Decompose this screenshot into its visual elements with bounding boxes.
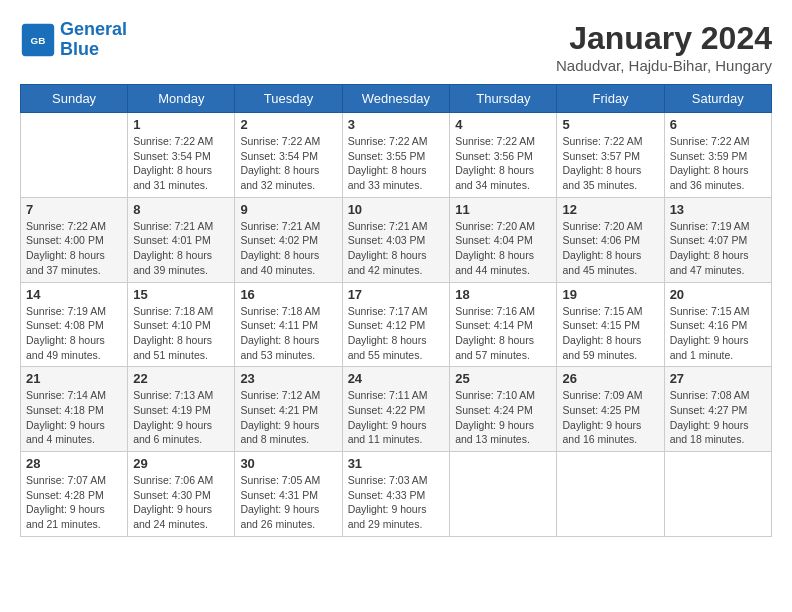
day-info: Sunrise: 7:22 AMSunset: 3:56 PMDaylight:… — [455, 134, 551, 193]
calendar-cell: 16Sunrise: 7:18 AMSunset: 4:11 PMDayligh… — [235, 282, 342, 367]
day-info: Sunrise: 7:06 AMSunset: 4:30 PMDaylight:… — [133, 473, 229, 532]
page-header: GB General Blue January 2024 Nadudvar, H… — [20, 20, 772, 74]
day-info: Sunrise: 7:18 AMSunset: 4:10 PMDaylight:… — [133, 304, 229, 363]
day-info: Sunrise: 7:18 AMSunset: 4:11 PMDaylight:… — [240, 304, 336, 363]
calendar-header: SundayMondayTuesdayWednesdayThursdayFrid… — [21, 85, 772, 113]
day-number: 16 — [240, 287, 336, 302]
calendar-cell: 1Sunrise: 7:22 AMSunset: 3:54 PMDaylight… — [128, 113, 235, 198]
header-day-saturday: Saturday — [664, 85, 771, 113]
calendar-cell — [557, 452, 664, 537]
day-info: Sunrise: 7:21 AMSunset: 4:01 PMDaylight:… — [133, 219, 229, 278]
calendar-cell: 30Sunrise: 7:05 AMSunset: 4:31 PMDayligh… — [235, 452, 342, 537]
header-day-sunday: Sunday — [21, 85, 128, 113]
day-info: Sunrise: 7:15 AMSunset: 4:16 PMDaylight:… — [670, 304, 766, 363]
day-info: Sunrise: 7:03 AMSunset: 4:33 PMDaylight:… — [348, 473, 445, 532]
day-info: Sunrise: 7:11 AMSunset: 4:22 PMDaylight:… — [348, 388, 445, 447]
day-info: Sunrise: 7:09 AMSunset: 4:25 PMDaylight:… — [562, 388, 658, 447]
calendar-cell: 26Sunrise: 7:09 AMSunset: 4:25 PMDayligh… — [557, 367, 664, 452]
calendar-cell: 10Sunrise: 7:21 AMSunset: 4:03 PMDayligh… — [342, 197, 450, 282]
day-number: 9 — [240, 202, 336, 217]
calendar-cell: 31Sunrise: 7:03 AMSunset: 4:33 PMDayligh… — [342, 452, 450, 537]
calendar-cell: 29Sunrise: 7:06 AMSunset: 4:30 PMDayligh… — [128, 452, 235, 537]
day-number: 5 — [562, 117, 658, 132]
day-number: 21 — [26, 371, 122, 386]
day-number: 27 — [670, 371, 766, 386]
calendar-cell — [21, 113, 128, 198]
day-info: Sunrise: 7:07 AMSunset: 4:28 PMDaylight:… — [26, 473, 122, 532]
day-info: Sunrise: 7:21 AMSunset: 4:02 PMDaylight:… — [240, 219, 336, 278]
location: Nadudvar, Hajdu-Bihar, Hungary — [556, 57, 772, 74]
day-number: 23 — [240, 371, 336, 386]
day-number: 11 — [455, 202, 551, 217]
logo-text: General Blue — [60, 20, 127, 60]
day-number: 18 — [455, 287, 551, 302]
header-day-thursday: Thursday — [450, 85, 557, 113]
calendar-cell: 22Sunrise: 7:13 AMSunset: 4:19 PMDayligh… — [128, 367, 235, 452]
day-info: Sunrise: 7:22 AMSunset: 3:54 PMDaylight:… — [133, 134, 229, 193]
calendar-cell: 6Sunrise: 7:22 AMSunset: 3:59 PMDaylight… — [664, 113, 771, 198]
day-number: 19 — [562, 287, 658, 302]
header-day-wednesday: Wednesday — [342, 85, 450, 113]
calendar-cell — [450, 452, 557, 537]
calendar-cell: 12Sunrise: 7:20 AMSunset: 4:06 PMDayligh… — [557, 197, 664, 282]
day-info: Sunrise: 7:20 AMSunset: 4:04 PMDaylight:… — [455, 219, 551, 278]
month-title: January 2024 — [556, 20, 772, 57]
logo-line1: General — [60, 19, 127, 39]
day-info: Sunrise: 7:08 AMSunset: 4:27 PMDaylight:… — [670, 388, 766, 447]
day-info: Sunrise: 7:15 AMSunset: 4:15 PMDaylight:… — [562, 304, 658, 363]
calendar-cell: 18Sunrise: 7:16 AMSunset: 4:14 PMDayligh… — [450, 282, 557, 367]
calendar-cell: 2Sunrise: 7:22 AMSunset: 3:54 PMDaylight… — [235, 113, 342, 198]
calendar-cell: 11Sunrise: 7:20 AMSunset: 4:04 PMDayligh… — [450, 197, 557, 282]
calendar-cell: 9Sunrise: 7:21 AMSunset: 4:02 PMDaylight… — [235, 197, 342, 282]
calendar-cell: 19Sunrise: 7:15 AMSunset: 4:15 PMDayligh… — [557, 282, 664, 367]
calendar-cell: 25Sunrise: 7:10 AMSunset: 4:24 PMDayligh… — [450, 367, 557, 452]
day-info: Sunrise: 7:10 AMSunset: 4:24 PMDaylight:… — [455, 388, 551, 447]
day-number: 8 — [133, 202, 229, 217]
day-info: Sunrise: 7:22 AMSunset: 3:57 PMDaylight:… — [562, 134, 658, 193]
day-info: Sunrise: 7:05 AMSunset: 4:31 PMDaylight:… — [240, 473, 336, 532]
calendar-cell: 8Sunrise: 7:21 AMSunset: 4:01 PMDaylight… — [128, 197, 235, 282]
day-info: Sunrise: 7:17 AMSunset: 4:12 PMDaylight:… — [348, 304, 445, 363]
day-number: 26 — [562, 371, 658, 386]
day-number: 3 — [348, 117, 445, 132]
day-number: 15 — [133, 287, 229, 302]
day-number: 13 — [670, 202, 766, 217]
calendar-cell: 20Sunrise: 7:15 AMSunset: 4:16 PMDayligh… — [664, 282, 771, 367]
day-info: Sunrise: 7:13 AMSunset: 4:19 PMDaylight:… — [133, 388, 229, 447]
day-number: 12 — [562, 202, 658, 217]
day-number: 7 — [26, 202, 122, 217]
calendar-cell: 24Sunrise: 7:11 AMSunset: 4:22 PMDayligh… — [342, 367, 450, 452]
calendar-body: 1Sunrise: 7:22 AMSunset: 3:54 PMDaylight… — [21, 113, 772, 537]
day-number: 1 — [133, 117, 229, 132]
day-info: Sunrise: 7:22 AMSunset: 3:59 PMDaylight:… — [670, 134, 766, 193]
day-number: 6 — [670, 117, 766, 132]
day-info: Sunrise: 7:14 AMSunset: 4:18 PMDaylight:… — [26, 388, 122, 447]
day-info: Sunrise: 7:22 AMSunset: 3:54 PMDaylight:… — [240, 134, 336, 193]
day-number: 25 — [455, 371, 551, 386]
calendar-week-3: 14Sunrise: 7:19 AMSunset: 4:08 PMDayligh… — [21, 282, 772, 367]
calendar-cell: 14Sunrise: 7:19 AMSunset: 4:08 PMDayligh… — [21, 282, 128, 367]
day-number: 22 — [133, 371, 229, 386]
calendar-week-2: 7Sunrise: 7:22 AMSunset: 4:00 PMDaylight… — [21, 197, 772, 282]
title-block: January 2024 Nadudvar, Hajdu-Bihar, Hung… — [556, 20, 772, 74]
calendar-cell: 5Sunrise: 7:22 AMSunset: 3:57 PMDaylight… — [557, 113, 664, 198]
calendar-cell: 27Sunrise: 7:08 AMSunset: 4:27 PMDayligh… — [664, 367, 771, 452]
calendar-cell: 23Sunrise: 7:12 AMSunset: 4:21 PMDayligh… — [235, 367, 342, 452]
calendar-week-1: 1Sunrise: 7:22 AMSunset: 3:54 PMDaylight… — [21, 113, 772, 198]
calendar-cell: 3Sunrise: 7:22 AMSunset: 3:55 PMDaylight… — [342, 113, 450, 198]
calendar-cell: 28Sunrise: 7:07 AMSunset: 4:28 PMDayligh… — [21, 452, 128, 537]
calendar-cell: 7Sunrise: 7:22 AMSunset: 4:00 PMDaylight… — [21, 197, 128, 282]
calendar-table: SundayMondayTuesdayWednesdayThursdayFrid… — [20, 84, 772, 537]
day-info: Sunrise: 7:19 AMSunset: 4:07 PMDaylight:… — [670, 219, 766, 278]
header-row: SundayMondayTuesdayWednesdayThursdayFrid… — [21, 85, 772, 113]
calendar-cell: 21Sunrise: 7:14 AMSunset: 4:18 PMDayligh… — [21, 367, 128, 452]
calendar-week-4: 21Sunrise: 7:14 AMSunset: 4:18 PMDayligh… — [21, 367, 772, 452]
day-number: 10 — [348, 202, 445, 217]
calendar-cell: 4Sunrise: 7:22 AMSunset: 3:56 PMDaylight… — [450, 113, 557, 198]
day-number: 17 — [348, 287, 445, 302]
day-number: 2 — [240, 117, 336, 132]
day-number: 24 — [348, 371, 445, 386]
day-number: 30 — [240, 456, 336, 471]
day-number: 4 — [455, 117, 551, 132]
calendar-cell: 13Sunrise: 7:19 AMSunset: 4:07 PMDayligh… — [664, 197, 771, 282]
